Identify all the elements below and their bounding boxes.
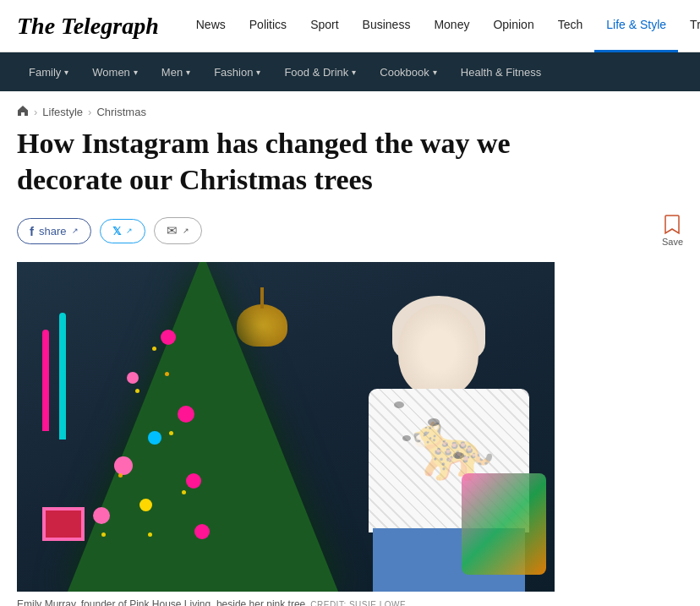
ornament-1 <box>161 330 176 345</box>
article: How Instagram has changed the way we dec… <box>0 126 700 606</box>
share-email-button[interactable]: ✉ ↗ <box>154 217 202 244</box>
subnav-health-fitness[interactable]: Health & Fitness <box>449 52 553 91</box>
light-7 <box>101 532 106 537</box>
subnav-family[interactable]: Family ▾ <box>17 52 80 91</box>
external-link-icon-2: ↗ <box>126 227 133 235</box>
light-8 <box>165 372 169 376</box>
light-3 <box>169 431 173 435</box>
breadcrumb-separator-2: › <box>88 106 91 118</box>
nav-opinion[interactable]: Opinion <box>481 0 545 52</box>
top-nav: The Telegraph News Politics Sport Busine… <box>0 0 700 52</box>
chevron-down-icon: ▾ <box>352 68 356 77</box>
image-credit: CREDIT: SUSIE LOWE <box>310 600 406 606</box>
subnav-cookbook[interactable]: Cookbook ▾ <box>368 52 449 91</box>
save-label: Save <box>662 237 683 247</box>
teal-candle <box>59 313 66 439</box>
ornament-5 <box>114 456 133 475</box>
breadcrumb-home-link[interactable] <box>17 105 29 119</box>
chevron-down-icon: ▾ <box>256 68 260 77</box>
leopard-dot-3 <box>402 435 411 441</box>
subnav-men[interactable]: Men ▾ <box>150 52 202 91</box>
chevron-down-icon: ▾ <box>433 68 437 77</box>
save-button[interactable]: Save <box>662 215 683 247</box>
ornament-4 <box>148 431 161 445</box>
image-caption: Emily Murray, founder of Pink House Livi… <box>17 592 555 606</box>
caption-text: Emily Murray, founder of Pink House Livi… <box>17 598 305 606</box>
person-head <box>398 304 479 397</box>
light-4 <box>118 473 123 478</box>
nav-politics[interactable]: Politics <box>238 0 298 52</box>
person-body <box>352 279 546 592</box>
top-nav-links: News Politics Sport Business Money Opini… <box>184 0 700 52</box>
facebook-icon: f <box>30 224 34 238</box>
light-6 <box>148 532 152 537</box>
site-logo[interactable]: The Telegraph <box>17 13 159 40</box>
share-facebook-button[interactable]: f share ↗ <box>17 218 91 244</box>
bookmark-icon <box>664 215 681 235</box>
chevron-down-icon: ▾ <box>186 68 190 77</box>
breadcrumb-lifestyle[interactable]: Lifestyle <box>42 106 83 118</box>
ornament-7 <box>139 499 152 511</box>
leopard-dot-4 <box>453 452 464 459</box>
chevron-down-icon: ▾ <box>64 68 68 77</box>
share-twitter-button[interactable]: 𝕏 ↗ <box>100 219 145 243</box>
subnav-food-drink[interactable]: Food & Drink ▾ <box>272 52 368 91</box>
breadcrumb-separator: › <box>34 106 37 118</box>
ornament-6 <box>186 473 201 489</box>
breadcrumb-christmas: Christmas <box>96 106 146 118</box>
hero-image <box>17 262 555 592</box>
nav-tech[interactable]: Tech <box>546 0 595 52</box>
chevron-down-icon: ▾ <box>134 68 138 77</box>
share-buttons: f share ↗ 𝕏 ↗ ✉ ↗ <box>17 217 202 244</box>
gift-box <box>42 507 85 541</box>
nav-sport[interactable]: Sport <box>298 0 350 52</box>
light-2 <box>135 389 139 393</box>
pink-candle-1 <box>42 330 49 431</box>
nav-business[interactable]: Business <box>351 0 423 52</box>
leopard-dot-1 <box>394 401 404 408</box>
leopard-dot-2 <box>428 418 440 426</box>
subnav-fashion[interactable]: Fashion ▾ <box>202 52 272 91</box>
christmas-tree <box>68 262 338 592</box>
twitter-icon: 𝕏 <box>112 225 121 237</box>
nav-news[interactable]: News <box>184 0 238 52</box>
sub-nav: Family ▾ Women ▾ Men ▾ Fashion ▾ Food & … <box>0 52 700 91</box>
share-save-row: f share ↗ 𝕏 ↗ ✉ ↗ Save <box>17 215 683 247</box>
email-icon: ✉ <box>167 223 178 238</box>
external-link-icon-3: ↗ <box>183 227 189 235</box>
light-1 <box>152 347 156 351</box>
nav-lifestyle[interactable]: Life & Style <box>594 0 678 52</box>
article-title: How Instagram has changed the way we dec… <box>17 126 575 198</box>
breadcrumb: › Lifestyle › Christmas <box>0 91 700 126</box>
ornament-9 <box>194 524 210 539</box>
light-5 <box>182 490 186 494</box>
nav-travel[interactable]: Travel <box>678 0 700 52</box>
ornament-8 <box>93 507 110 524</box>
hero-image-container: Emily Murray, founder of Pink House Livi… <box>17 262 555 606</box>
home-icon <box>17 105 29 117</box>
tropical-pillow <box>462 473 546 575</box>
ornament-2 <box>127 372 139 384</box>
nav-money[interactable]: Money <box>422 0 481 52</box>
external-link-icon: ↗ <box>72 227 79 235</box>
subnav-women[interactable]: Women ▾ <box>80 52 150 91</box>
ornament-3 <box>178 406 194 423</box>
share-facebook-label: share <box>39 225 67 237</box>
